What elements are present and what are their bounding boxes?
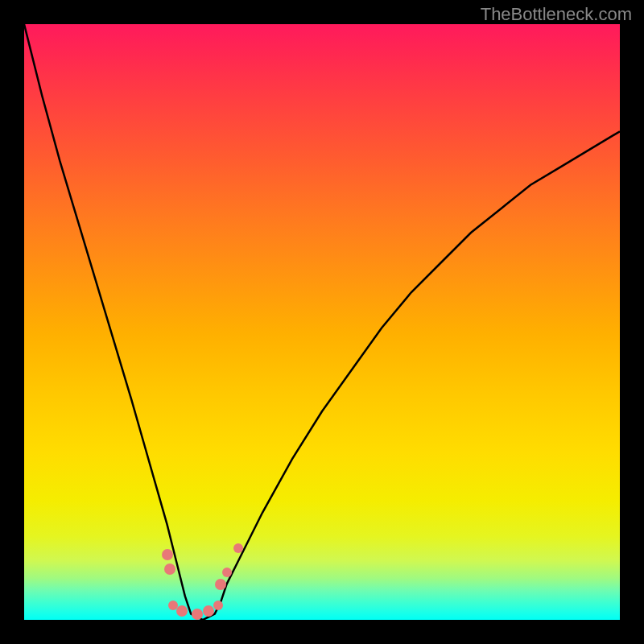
bottleneck-curve-svg	[24, 24, 620, 620]
bottleneck-curve-line	[24, 24, 620, 620]
data-dot	[213, 601, 223, 610]
data-dot	[222, 568, 232, 577]
data-dot	[164, 564, 175, 575]
data-dot	[192, 609, 203, 620]
data-dot	[233, 543, 243, 553]
data-dot	[215, 579, 226, 590]
watermark-text: TheBottleneck.com	[481, 4, 632, 25]
data-dot	[176, 605, 188, 617]
data-dot	[162, 549, 173, 560]
chart-plot-area	[24, 24, 620, 620]
